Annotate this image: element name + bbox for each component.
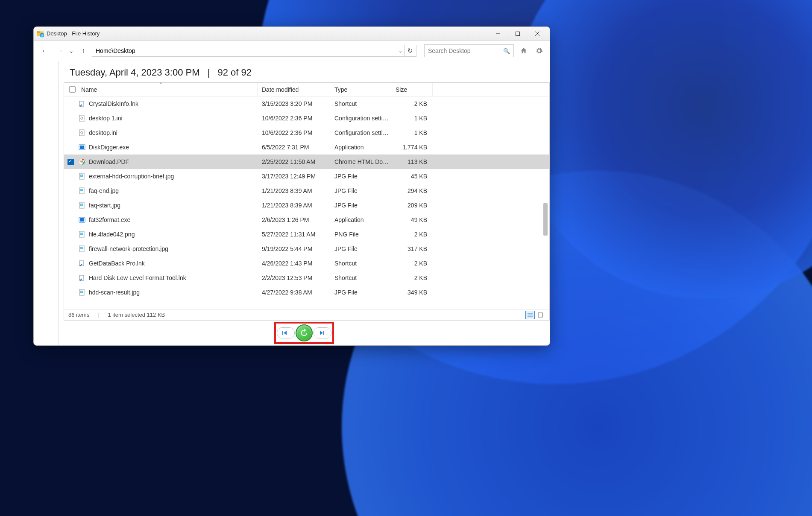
table-row[interactable]: faq-end.jpg1/21/2023 8:39 AMJPG File294 … [64,184,549,198]
table-row[interactable]: DiskDigger.exe6/5/2022 7:31 PMApplicatio… [64,140,549,155]
file-date: 5/27/2022 11:31 AM [258,231,330,238]
address-bar[interactable]: Home\Desktop ⌄ [92,45,405,57]
file-type: Application [330,216,391,223]
gear-icon[interactable] [534,45,545,56]
close-button[interactable] [528,27,547,41]
back-button[interactable]: ← [39,45,51,57]
svg-point-17 [81,161,83,163]
table-row[interactable]: fat32format.exe2/6/2023 1:26 PMApplicati… [64,213,549,227]
column-header-date[interactable]: Date modified [258,83,330,96]
file-size: 45 KB [391,173,430,180]
left-panel [34,61,59,345]
file-date: 10/6/2022 2:36 PM [258,115,330,122]
restore-button[interactable] [296,324,313,341]
file-name: external-hdd-corruption-brief.jpg [87,173,258,180]
file-icon [77,173,87,180]
svg-rect-13 [80,146,84,149]
file-name: Download.PDF [87,158,258,165]
table-row[interactable]: hdd-scan-result.jpg4/27/2022 9:38 AMJPG … [64,285,549,300]
file-date: 1/21/2023 8:39 AM [258,202,330,209]
svg-rect-10 [79,130,84,136]
file-name: file.4fade042.png [87,231,258,238]
file-size: 2 KB [391,260,430,267]
table-row[interactable]: external-hdd-corruption-brief.jpg3/17/20… [64,169,549,184]
file-name: DiskDigger.exe [87,144,258,151]
address-path: Home\Desktop [96,47,135,54]
svg-rect-8 [79,115,84,121]
file-icon [77,100,87,107]
file-icon [77,245,87,252]
forward-button[interactable]: → [53,45,65,57]
svg-rect-43 [538,313,542,317]
svg-point-26 [81,204,82,205]
table-row[interactable]: CrystalDiskInfo.lnk3/15/2023 3:20 PMShor… [64,96,549,111]
up-button[interactable]: ↑ [77,45,89,57]
minimize-button[interactable] [488,27,508,41]
address-dropdown-icon[interactable]: ⌄ [399,48,402,54]
table-row[interactable]: desktop.ini10/6/2022 2:36 PMConfiguratio… [64,125,549,140]
scrollbar[interactable] [543,203,548,236]
column-header-type[interactable]: Type [330,83,391,96]
svg-point-34 [81,248,82,248]
titlebar[interactable]: Desktop - File History [34,27,550,41]
view-details-button[interactable] [525,311,535,319]
svg-point-23 [81,189,82,190]
snapshot-header: Tuesday, April 4, 2023 3:00 PM | 92 of 9… [59,61,550,82]
column-header-name[interactable]: Name ˄ [64,83,258,96]
file-type: JPG File [330,202,391,209]
table-row[interactable]: GetDataBack Pro.lnk4/26/2022 1:43 PMShor… [64,256,549,271]
svg-rect-28 [80,218,84,222]
file-type: JPG File [330,289,391,296]
table-row[interactable]: file.4fade042.png5/27/2022 11:31 AMPNG F… [64,227,549,242]
file-size: 113 KB [391,158,430,165]
table-row[interactable]: firewall-network-protection.jpg9/19/2022… [64,242,549,256]
status-selected-info: 1 item selected 112 KB [108,312,165,318]
file-icon [77,260,87,267]
previous-version-button[interactable] [277,327,295,338]
bottom-controls [59,321,550,345]
svg-rect-22 [80,189,83,191]
table-row[interactable]: Download.PDF2/25/2022 11:50 AMChrome HTM… [64,155,549,169]
column-header-size[interactable]: Size [391,83,433,96]
file-icon [77,115,87,122]
file-icon [77,202,87,209]
file-icon [77,158,87,165]
table-row[interactable]: desktop 1.ini10/6/2022 2:36 PMConfigurat… [64,111,549,125]
file-list: Name ˄ Date modified Type Size CrystalDi… [64,82,550,321]
file-date: 3/15/2023 3:20 PM [258,100,330,107]
file-size: 349 KB [391,289,430,296]
file-name: CrystalDiskInfo.lnk [87,100,258,107]
home-icon[interactable] [518,45,529,56]
refresh-button[interactable]: ↻ [405,45,416,57]
row-checkbox[interactable] [67,159,74,165]
file-name: hdd-scan-result.jpg [87,289,258,296]
search-input[interactable]: Search Desktop 🔍 [424,44,514,57]
file-type: Shortcut [330,274,391,281]
next-version-button[interactable] [314,327,331,338]
file-size: 1,774 KB [391,144,430,151]
svg-rect-4 [516,32,520,35]
file-type: Configuration settings [330,129,391,136]
file-name: GetDataBack Pro.lnk [87,260,258,267]
table-row[interactable]: Hard Disk Low Level Format Tool.lnk2/2/2… [64,271,549,285]
table-row[interactable]: faq-start.jpg1/21/2023 8:39 AMJPG File20… [64,198,549,213]
file-type: Configuration settings [330,115,391,122]
svg-rect-30 [80,233,83,235]
recent-locations-caret[interactable]: ⌄ [68,47,75,54]
file-date: 9/19/2022 5:44 PM [258,245,330,252]
svg-rect-44 [282,331,283,335]
file-size: 317 KB [391,245,430,252]
svg-rect-1 [37,31,40,32]
file-type: JPG File [330,173,391,180]
view-thumbnails-button[interactable] [536,311,545,319]
file-date: 1/21/2023 8:39 AM [258,187,330,194]
sort-indicator-icon: ˄ [160,82,162,87]
statusbar: 86 items | 1 item selected 112 KB [64,309,549,320]
svg-rect-19 [80,175,83,177]
file-type: Shortcut [330,260,391,267]
maximize-button[interactable] [508,27,528,41]
svg-rect-45 [323,331,324,335]
file-date: 2/2/2023 12:53 PM [258,274,330,281]
file-date: 3/17/2023 12:49 PM [258,173,330,180]
file-history-window: Desktop - File History ← → ⌄ ↑ Home\Desk… [33,26,550,346]
